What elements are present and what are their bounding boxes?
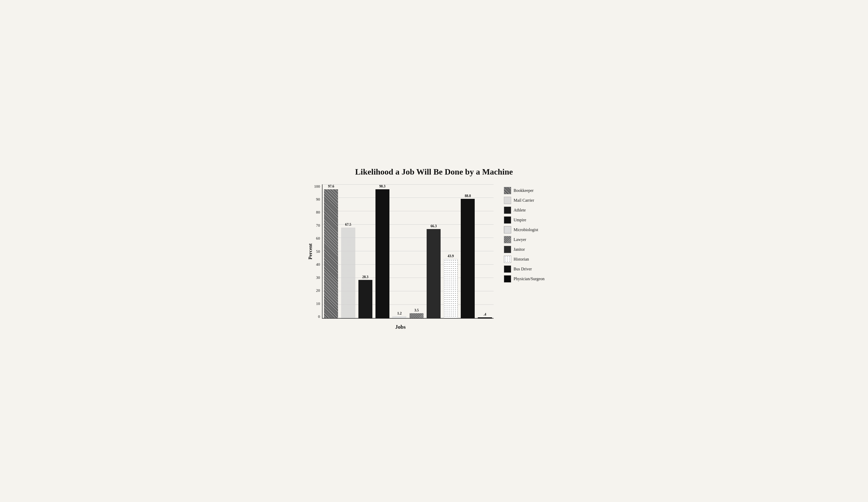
bar-bookkeeper: 97.6 — [322, 185, 340, 318]
bar-rect-historian — [444, 259, 458, 318]
legend-label-janitor: Janitor — [514, 247, 525, 252]
bar-rect-janitor — [427, 229, 441, 318]
bar-rect-bookkeeper — [324, 189, 338, 318]
legend-swatch-janitor — [504, 246, 511, 253]
y-label-90: 90 — [316, 197, 320, 201]
legend-item-microbiologist: Microbiologist — [504, 226, 561, 233]
y-axis-title: Percent — [308, 185, 313, 319]
bar-rect-bus-driver — [461, 199, 475, 318]
y-label-80: 80 — [316, 210, 320, 214]
y-label-60: 60 — [316, 236, 320, 240]
legend-label-bookkeeper: Bookkeeper — [514, 188, 534, 193]
legend-label-mail-carrier: Mail Carrier — [514, 198, 534, 203]
legend-label-historian: Historian — [514, 257, 529, 262]
legend-label-microbiologist: Microbiologist — [514, 228, 538, 232]
chart-title: Likelihood a Job Will Be Done by a Machi… — [308, 167, 561, 177]
y-label-50: 50 — [316, 249, 320, 253]
legend: Bookkeeper Mail Carrier Athlete Umpire M… — [504, 185, 561, 282]
bar-rect-mail-carrier — [341, 228, 355, 318]
legend-label-lawyer: Lawyer — [514, 237, 526, 242]
bar-value-physician-surgeon: .4 — [484, 313, 486, 317]
bar-value-mail-carrier: 67.5 — [345, 222, 351, 227]
chart-wrapper: Likelihood a Job Will Be Done by a Machi… — [292, 157, 576, 346]
y-label-30: 30 — [316, 275, 320, 280]
legend-item-physician-surgeon: Physician/Surgeon — [504, 275, 561, 282]
bar-value-bookkeeper: 97.6 — [328, 185, 334, 189]
legend-swatch-umpire — [504, 216, 511, 224]
legend-item-bookkeeper: Bookkeeper — [504, 187, 561, 194]
legend-item-bus-driver: Bus Driver — [504, 265, 561, 273]
y-label-20: 20 — [316, 289, 320, 292]
bar-value-microbiologist: 1.2 — [397, 311, 402, 315]
bar-rect-lawyer — [410, 313, 424, 318]
bar-value-athlete: 28.3 — [362, 275, 369, 279]
bar-mail-carrier: 67.5 — [340, 185, 356, 318]
bar-lawyer: 3.5 — [408, 185, 425, 318]
legend-label-umpire: Umpire — [514, 218, 526, 222]
bar-rect-physician-surgeon — [478, 317, 492, 318]
y-label-0: 0 — [318, 315, 320, 318]
bar-physician-surgeon: .4 — [476, 185, 493, 318]
legend-item-janitor: Janitor — [504, 246, 561, 253]
legend-swatch-lawyer — [504, 236, 511, 243]
legend-swatch-bookkeeper — [504, 187, 511, 194]
chart-area: Percent 100 90 80 70 60 50 40 30 20 10 0 — [308, 185, 561, 330]
bar-historian: 43.9 — [442, 185, 459, 318]
y-label-10: 10 — [316, 302, 320, 305]
legend-item-historian: Historian — [504, 255, 561, 263]
legend-item-athlete: Athlete — [504, 207, 561, 214]
bar-microbiologist: 1.2 — [391, 185, 408, 318]
bar-athlete: 28.3 — [357, 185, 374, 318]
bar-value-lawyer: 3.5 — [414, 308, 418, 313]
y-axis: 100 90 80 70 60 50 40 30 20 10 0 — [314, 185, 322, 319]
legend-swatch-physician-surgeon — [504, 275, 511, 282]
bar-value-umpire: 98.3 — [379, 185, 385, 189]
x-axis-title: Jobs — [308, 324, 494, 330]
bars-container: 97.6 67.5 28.3 98.3 — [322, 185, 493, 319]
bar-bus-driver: 88.8 — [459, 185, 476, 318]
legend-item-umpire: Umpire — [504, 216, 561, 224]
legend-swatch-microbiologist — [504, 226, 511, 233]
chart-main: Percent 100 90 80 70 60 50 40 30 20 10 0 — [308, 185, 494, 330]
legend-swatch-mail-carrier — [504, 197, 511, 204]
legend-swatch-bus-driver — [504, 265, 511, 273]
bar-value-historian: 43.9 — [447, 254, 454, 258]
y-label-100: 100 — [314, 185, 320, 188]
bar-janitor: 66.3 — [425, 185, 442, 318]
y-label-40: 40 — [316, 262, 320, 266]
legend-label-bus-driver: Bus Driver — [514, 267, 532, 271]
legend-item-lawyer: Lawyer — [504, 236, 561, 243]
bar-rect-athlete — [359, 280, 372, 318]
legend-swatch-historian — [504, 255, 511, 263]
legend-label-physician-surgeon: Physician/Surgeon — [514, 276, 545, 281]
y-label-70: 70 — [316, 223, 320, 227]
y-axis-and-bars: Percent 100 90 80 70 60 50 40 30 20 10 0 — [308, 185, 494, 319]
legend-swatch-athlete — [504, 207, 511, 214]
legend-item-mail-carrier: Mail Carrier — [504, 197, 561, 204]
bar-rect-umpire — [375, 189, 390, 318]
bar-umpire: 98.3 — [374, 185, 391, 318]
bar-value-janitor: 66.3 — [431, 224, 437, 228]
bar-rect-microbiologist — [393, 316, 406, 318]
legend-label-athlete: Athlete — [514, 208, 526, 212]
bar-value-bus-driver: 88.8 — [465, 194, 471, 198]
